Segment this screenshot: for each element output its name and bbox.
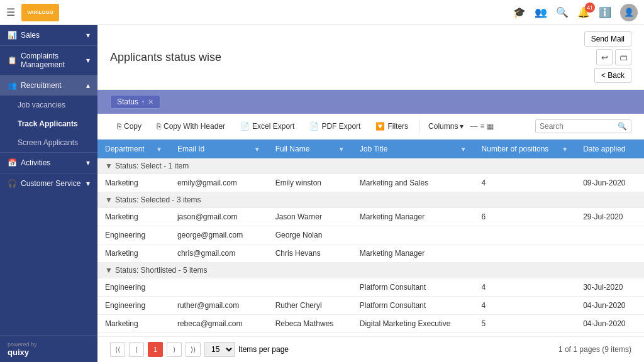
content-header: Applicants status wise Send Mail ↩ 🗃 < B… xyxy=(97,25,644,90)
cell-positions: 4 xyxy=(474,278,576,297)
header-row: Department ▼ Email Id ▼ xyxy=(97,140,644,158)
cell-positions: 4 xyxy=(474,297,576,315)
last-page-button[interactable]: ⟩⟩ xyxy=(186,342,201,357)
table-row[interactable]: Engineeringgeorge@gmail.comGeorge Nolan xyxy=(97,226,644,244)
cell-dateapplied: 04-Jun-2020 xyxy=(575,315,644,333)
sidebar-item-sales[interactable]: 📊 Sales ▾ xyxy=(0,25,97,45)
page-title: Applicants status wise xyxy=(110,51,221,64)
redo-button[interactable]: 🗃 xyxy=(615,49,631,65)
sidebar-section-activities: 📅 Activities ▾ xyxy=(0,152,97,173)
sidebar-item-complaints[interactable]: 📋 Complaints Management ▾ xyxy=(0,46,97,75)
expand-icon[interactable]: ▼ xyxy=(105,162,113,170)
pagination: ⟨⟨ ⟨ 1 ⟩ ⟩⟩ 15 Items per page 1 of 1 pag… xyxy=(97,336,644,362)
sidebar-label-activities: Activities xyxy=(21,158,50,167)
pdf-icon: 📄 xyxy=(309,122,319,131)
list-icon[interactable]: ≡ xyxy=(480,122,484,131)
close-filter-icon[interactable]: ✕ xyxy=(148,98,153,106)
search-icon[interactable]: 🔍 xyxy=(556,6,569,18)
group-header-row: ▼Status: Shortlisted - 5 items xyxy=(97,263,644,278)
sidebar-label-complaints: Complaints Management xyxy=(21,52,86,69)
status-filter-badge[interactable]: Status ↑ ✕ xyxy=(110,95,160,109)
cell-fullname: Emily winston xyxy=(268,174,352,192)
page-1-button[interactable]: 1 xyxy=(148,342,163,357)
table-row[interactable]: Engineeringruther@gmail.comRuther Cheryl… xyxy=(97,297,644,315)
filter-positions-icon[interactable]: ▼ xyxy=(562,146,568,153)
cell-fullname: Rebeca Mathwes xyxy=(268,315,352,333)
search-box[interactable]: 🔍 xyxy=(535,119,631,133)
sidebar-sub-screen-applicants[interactable]: Screen Applicants xyxy=(0,133,97,152)
first-page-button[interactable]: ⟨⟨ xyxy=(110,342,125,357)
table-header: Department ▼ Email Id ▼ xyxy=(97,140,644,158)
send-mail-button[interactable]: Send Mail xyxy=(584,31,631,47)
expand-icon[interactable]: ▼ xyxy=(105,266,113,275)
per-page-select[interactable]: 15 xyxy=(204,342,235,357)
prev-page-button[interactable]: ⟨ xyxy=(129,342,144,357)
columns-button[interactable]: Columns ▾ xyxy=(423,119,469,133)
customer-service-icon: 🎧 xyxy=(8,179,17,188)
back-button[interactable]: < Back xyxy=(594,68,631,83)
users-icon[interactable]: 👥 xyxy=(535,6,547,18)
filter-email-icon[interactable]: ▼ xyxy=(254,146,260,153)
sidebar-item-customer-service[interactable]: 🎧 Customer Service ▾ xyxy=(0,173,97,194)
avatar[interactable]: 👤 xyxy=(620,4,638,21)
copy-icon: ⎘ xyxy=(117,122,121,131)
sidebar-label-customer-service: Customer Service xyxy=(21,179,80,188)
sidebar-item-activities[interactable]: 📅 Activities ▾ xyxy=(0,153,97,173)
sidebar-sub-track-applicants[interactable]: Track Applicants xyxy=(0,114,97,133)
undo-button[interactable]: ↩ xyxy=(596,49,613,65)
table-row[interactable]: Marketingchris@gmail.comChris HevansMark… xyxy=(97,244,644,263)
pdf-export-button[interactable]: 📄 PDF Export xyxy=(303,119,367,134)
sidebar-section-recruitment: 👥 Recruitment ▴ Job vacancies Track Appl… xyxy=(0,75,97,152)
logo-box: VARILOGO xyxy=(21,4,59,21)
sidebar: 📊 Sales ▾ 📋 Complaints Management ▾ 👥 Re… xyxy=(0,25,97,362)
table-row[interactable]: EngineeringPlatform Consultant430-Jul-20… xyxy=(97,278,644,297)
filter-fullname-icon[interactable]: ▼ xyxy=(338,146,345,153)
cell-email: emily@gmail.com xyxy=(170,174,268,192)
cell-department: Marketing xyxy=(97,244,170,263)
cell-jobtitle: Marketing and Sales xyxy=(352,174,474,192)
items-per-page-label: Items per page xyxy=(238,345,289,354)
filters-button[interactable]: 🔽 Filters xyxy=(369,119,415,134)
undo-redo-row: ↩ 🗃 xyxy=(596,49,631,65)
content-area: Applicants status wise Send Mail ↩ 🗃 < B… xyxy=(97,25,644,362)
cell-fullname: Jason Warner xyxy=(268,208,352,226)
complaints-icon: 📋 xyxy=(8,56,17,65)
copy-header-icon: ⎘ xyxy=(157,122,161,131)
next-page-button[interactable]: ⟩ xyxy=(167,342,182,357)
cell-department: Engineering xyxy=(97,278,170,297)
sidebar-item-recruitment[interactable]: 👥 Recruitment ▴ xyxy=(0,75,97,96)
filter-department-icon[interactable]: ▼ xyxy=(156,146,162,153)
filter-jobtitle-icon[interactable]: ▼ xyxy=(460,146,467,153)
copy-with-header-button[interactable]: ⎘ Copy With Header xyxy=(150,119,232,134)
table-row[interactable]: Marketingrebeca@gmail.comRebeca MathwesD… xyxy=(97,315,644,333)
table-row[interactable]: Marketingemily@gmail.comEmily winstonMar… xyxy=(97,174,644,192)
topbar: ☰ VARILOGO 🎓 👥 🔍 🔔 41 ℹ️ 👤 xyxy=(0,0,644,25)
search-input[interactable] xyxy=(540,122,615,131)
hamburger-icon[interactable]: ☰ xyxy=(6,6,15,18)
cell-email: ruther@gmail.com xyxy=(170,297,268,315)
notifications-icon[interactable]: 🔔 41 xyxy=(577,6,590,18)
sales-icon: 📊 xyxy=(8,31,17,40)
excel-export-button[interactable]: 📄 Excel Export xyxy=(233,119,301,134)
cell-jobtitle: Platform Consultant xyxy=(352,297,474,315)
minus-icon[interactable]: — xyxy=(470,122,477,131)
expand-icon[interactable]: ▼ xyxy=(105,195,113,204)
cell-department: Marketing xyxy=(97,174,170,192)
cell-dateapplied xyxy=(575,244,644,263)
cell-jobtitle: Marketing Manager xyxy=(352,244,474,263)
activities-icon: 📅 xyxy=(8,158,17,167)
sidebar-sub-job-vacancies[interactable]: Job vacancies xyxy=(0,96,97,114)
info-icon[interactable]: ℹ️ xyxy=(599,6,611,18)
applicants-table: Department ▼ Email Id ▼ xyxy=(97,140,644,336)
grid-icon[interactable]: ▦ xyxy=(487,122,494,131)
col-department: Department ▼ xyxy=(97,140,170,158)
cell-positions: 5 xyxy=(474,315,576,333)
copy-button[interactable]: ⎘ Copy xyxy=(110,119,148,134)
search-icon: 🔍 xyxy=(618,122,627,131)
hat-icon[interactable]: 🎓 xyxy=(513,6,526,18)
table-container: Department ▼ Email Id ▼ xyxy=(97,140,644,336)
toolbar-divider xyxy=(419,120,419,133)
table-row[interactable]: Marketingjason@gmail.comJason WarnerMark… xyxy=(97,208,644,226)
notification-badge: 41 xyxy=(585,3,595,13)
chevron-up-icon: ▴ xyxy=(86,81,90,90)
